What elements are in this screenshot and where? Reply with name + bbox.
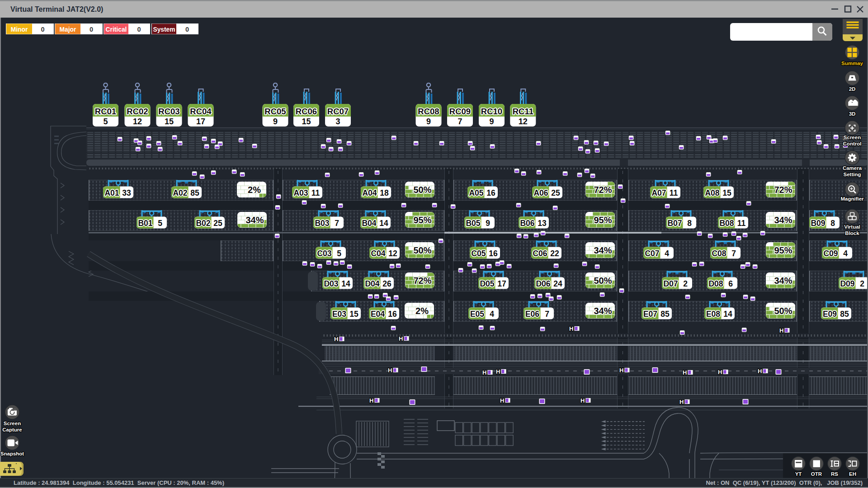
svg-text:5: 5 <box>158 219 162 228</box>
svg-text:17: 17 <box>196 117 205 126</box>
svg-text:C05: C05 <box>471 249 486 258</box>
svg-text:8: 8 <box>687 219 692 228</box>
svg-text:C08: C08 <box>712 249 726 258</box>
svg-text:34%: 34% <box>774 276 792 286</box>
svg-text:3: 3 <box>335 117 340 126</box>
svg-text:25: 25 <box>551 188 560 197</box>
svg-text:B09: B09 <box>811 219 825 228</box>
svg-text:7: 7 <box>458 117 462 126</box>
svg-text:Camera: Camera <box>843 165 862 171</box>
svg-text:72%: 72% <box>594 185 612 195</box>
svg-text:4: 4 <box>843 249 848 258</box>
svg-text:72%: 72% <box>413 276 431 286</box>
svg-text:RC11: RC11 <box>513 107 533 116</box>
svg-text:D03: D03 <box>324 279 338 288</box>
svg-text:E09: E09 <box>823 310 837 319</box>
svg-text:9: 9 <box>273 117 278 126</box>
svg-text:16: 16 <box>486 188 495 197</box>
svg-text:24: 24 <box>553 279 562 288</box>
svg-text:A06: A06 <box>533 188 548 197</box>
svg-text:D06: D06 <box>536 279 550 288</box>
svg-text:50%: 50% <box>774 306 792 316</box>
svg-text:Virtual: Virtual <box>844 224 860 230</box>
svg-text:E07: E07 <box>643 310 657 319</box>
svg-text:D04: D04 <box>365 279 379 288</box>
svg-text:72%: 72% <box>774 185 792 195</box>
svg-text:14: 14 <box>723 310 732 319</box>
svg-text:26: 26 <box>382 279 392 288</box>
svg-text:Latitude : 24.981394 Longitud: Latitude : 24.981394 Longitude : 55.0542… <box>14 479 224 486</box>
svg-text:B08: B08 <box>719 219 734 228</box>
svg-text:A07: A07 <box>651 188 666 197</box>
svg-text:RC03: RC03 <box>158 107 179 116</box>
svg-text:7: 7 <box>731 249 736 258</box>
svg-text:C07: C07 <box>645 249 659 258</box>
svg-text:34%: 34% <box>774 215 792 225</box>
svg-text:C09: C09 <box>823 249 838 258</box>
svg-text:E08: E08 <box>706 310 720 319</box>
svg-text:5: 5 <box>337 249 341 258</box>
svg-text:2: 2 <box>683 279 688 288</box>
svg-text:85: 85 <box>840 310 849 319</box>
svg-text:15: 15 <box>302 117 311 126</box>
svg-text:A04: A04 <box>362 188 377 197</box>
svg-text:B07: B07 <box>667 219 682 228</box>
svg-text:A05: A05 <box>469 188 483 197</box>
svg-text:15: 15 <box>722 188 731 197</box>
svg-text:34%: 34% <box>594 245 612 255</box>
svg-text:B05: B05 <box>466 219 480 228</box>
svg-text:Summay: Summay <box>841 61 863 66</box>
svg-text:25: 25 <box>213 219 222 228</box>
svg-text:E05: E05 <box>470 310 484 319</box>
svg-text:Block: Block <box>845 230 859 236</box>
svg-text:RC08: RC08 <box>418 107 439 116</box>
svg-text:12: 12 <box>133 117 142 126</box>
svg-text:16: 16 <box>388 310 397 319</box>
svg-text:RC05: RC05 <box>264 107 286 116</box>
svg-text:0: 0 <box>90 26 93 33</box>
svg-text:D07: D07 <box>663 279 678 288</box>
svg-text:B01: B01 <box>138 219 152 228</box>
svg-text:13: 13 <box>538 219 547 228</box>
svg-text:D09: D09 <box>840 279 854 288</box>
svg-text:Virtual Terminal JAT2(V2.0): Virtual Terminal JAT2(V2.0) <box>10 5 103 13</box>
svg-text:Control: Control <box>843 141 862 146</box>
svg-text:System: System <box>153 26 175 33</box>
svg-text:RC01: RC01 <box>95 107 116 116</box>
svg-text:6: 6 <box>728 279 733 288</box>
svg-text:85: 85 <box>660 310 670 319</box>
svg-text:OTR: OTR <box>811 471 822 477</box>
svg-text:4: 4 <box>490 310 494 319</box>
svg-text:RC09: RC09 <box>449 107 471 116</box>
svg-text:Snapshot: Snapshot <box>0 451 24 456</box>
svg-text:50%: 50% <box>413 185 431 195</box>
svg-text:A02: A02 <box>173 188 187 197</box>
svg-text:Setting: Setting <box>844 172 861 177</box>
svg-text:4: 4 <box>665 249 669 258</box>
svg-text:Screen: Screen <box>4 421 21 426</box>
svg-text:50%: 50% <box>413 245 431 255</box>
svg-text:E03: E03 <box>332 310 346 319</box>
svg-text:Net : ON QC (6/19), YT (123/2: Net : ON QC (6/19), YT (123/200) OTR (0)… <box>706 479 863 486</box>
svg-text:17: 17 <box>497 279 506 288</box>
svg-text:Critical: Critical <box>106 26 127 33</box>
svg-text:95%: 95% <box>413 215 431 225</box>
svg-text:B06: B06 <box>520 219 534 228</box>
svg-text:E06: E06 <box>525 310 539 319</box>
svg-text:85: 85 <box>190 188 199 197</box>
svg-text:2%: 2% <box>248 185 261 195</box>
svg-text:B04: B04 <box>362 219 376 228</box>
svg-text:9: 9 <box>489 117 494 126</box>
svg-text:15: 15 <box>349 310 359 319</box>
svg-text:95%: 95% <box>774 245 792 255</box>
svg-text:E04: E04 <box>371 310 385 319</box>
svg-text:95%: 95% <box>594 215 612 225</box>
svg-text:11: 11 <box>311 188 320 197</box>
svg-text:RC04: RC04 <box>190 107 212 116</box>
svg-text:12: 12 <box>519 117 528 126</box>
svg-text:Magnifier: Magnifier <box>840 196 864 202</box>
svg-text:Major: Major <box>60 26 76 33</box>
svg-text:D08: D08 <box>708 279 723 288</box>
svg-text:C06: C06 <box>533 249 547 258</box>
svg-text:Minor: Minor <box>11 26 28 33</box>
